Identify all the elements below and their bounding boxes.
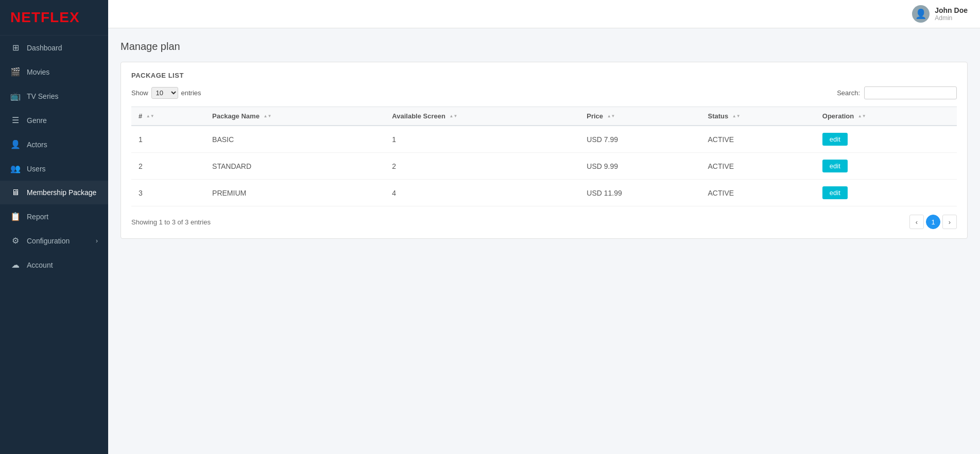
- sidebar-label-tv-series: TV Series: [27, 92, 58, 100]
- sidebar-item-account[interactable]: ☁ Account: [0, 253, 108, 277]
- cell-screen-1: 2: [385, 153, 579, 180]
- cell-status-0: ACTIVE: [701, 126, 815, 153]
- genre-icon: ☰: [10, 115, 21, 125]
- actors-icon: 👤: [10, 139, 21, 149]
- table-header: # ▲▼ Package Name ▲▼ Available Screen ▲▼…: [131, 107, 957, 126]
- show-entries: Show 10 25 50 100 entries: [131, 87, 201, 99]
- table-footer: Showing 1 to 3 of 3 entries ‹ 1 ›: [131, 215, 957, 229]
- sidebar-label-report: Report: [27, 213, 48, 221]
- sidebar-item-membership-package[interactable]: 🖥 Membership Package: [0, 181, 108, 204]
- sidebar-item-actors[interactable]: 👤 Actors: [0, 132, 108, 156]
- entries-label: entries: [181, 89, 201, 97]
- search-area: Search:: [837, 86, 957, 99]
- show-label: Show: [131, 89, 148, 97]
- cell-package-name-1: STANDARD: [205, 153, 385, 180]
- logo-area: NETFLEX: [0, 0, 108, 36]
- cell-screen-2: 4: [385, 180, 579, 206]
- data-table: # ▲▼ Package Name ▲▼ Available Screen ▲▼…: [131, 107, 957, 206]
- sidebar-item-tv-series[interactable]: 📺 TV Series: [0, 84, 108, 108]
- sidebar-label-dashboard: Dashboard: [27, 44, 62, 52]
- cell-price-1: USD 9.99: [579, 153, 700, 180]
- content-area: Manage plan PACKAGE LIST Show 10 25 50 1…: [108, 28, 980, 454]
- cell-package-name-0: BASIC: [205, 126, 385, 153]
- cell-num-0: 1: [131, 126, 205, 153]
- col-status: Status ▲▼: [701, 107, 815, 126]
- table-row: 3 PREMIUM 4 USD 11.99 ACTIVE edit: [131, 180, 957, 206]
- sidebar-item-users[interactable]: 👥 Users: [0, 156, 108, 181]
- users-icon: 👥: [10, 164, 21, 173]
- sidebar-item-report[interactable]: 📋 Report: [0, 204, 108, 229]
- table-controls: Show 10 25 50 100 entries Search:: [131, 86, 957, 99]
- sidebar: NETFLEX ⊞ Dashboard 🎬 Movies 📺 TV Series…: [0, 0, 108, 454]
- search-input[interactable]: [864, 86, 957, 99]
- user-name: John Doe: [935, 6, 968, 14]
- showing-text: Showing 1 to 3 of 3 entries: [131, 218, 211, 226]
- package-card: PACKAGE LIST Show 10 25 50 100 entries S…: [121, 62, 968, 239]
- cell-price-0: USD 7.99: [579, 126, 700, 153]
- cell-status-1: ACTIVE: [701, 153, 815, 180]
- cell-num-1: 2: [131, 153, 205, 180]
- avatar: 👤: [912, 5, 930, 23]
- configuration-icon: ⚙: [10, 236, 21, 246]
- table-body: 1 BASIC 1 USD 7.99 ACTIVE edit 2 STANDAR…: [131, 126, 957, 206]
- next-page-button[interactable]: ›: [942, 215, 957, 229]
- cell-screen-0: 1: [385, 126, 579, 153]
- edit-button-0[interactable]: edit: [822, 133, 848, 146]
- pagination: ‹ 1 ›: [909, 215, 957, 229]
- edit-button-1[interactable]: edit: [822, 160, 848, 172]
- main-content: 👤 John Doe Admin Manage plan PACKAGE LIS…: [108, 0, 980, 454]
- cell-package-name-2: PREMIUM: [205, 180, 385, 206]
- search-label: Search:: [837, 89, 860, 97]
- col-num: # ▲▼: [131, 107, 205, 126]
- user-role: Admin: [935, 14, 952, 22]
- user-details: John Doe Admin: [935, 6, 968, 22]
- cell-operation-0: edit: [815, 126, 957, 153]
- sidebar-label-movies: Movies: [27, 68, 49, 76]
- sidebar-label-users: Users: [27, 165, 46, 173]
- entries-select[interactable]: 10 25 50 100: [151, 87, 178, 99]
- account-icon: ☁: [10, 260, 21, 270]
- nav-arrow-configuration: ›: [96, 237, 98, 245]
- page-1-button[interactable]: 1: [926, 215, 940, 229]
- page-title: Manage plan: [121, 41, 968, 53]
- sidebar-label-actors: Actors: [27, 141, 47, 149]
- nav-menu: ⊞ Dashboard 🎬 Movies 📺 TV Series ☰ Genre…: [0, 36, 108, 277]
- col-package-name: Package Name ▲▼: [205, 107, 385, 126]
- dashboard-icon: ⊞: [10, 43, 21, 53]
- sidebar-label-account: Account: [27, 261, 53, 269]
- edit-button-2[interactable]: edit: [822, 186, 848, 199]
- prev-page-button[interactable]: ‹: [909, 215, 924, 229]
- cell-operation-1: edit: [815, 153, 957, 180]
- sidebar-label-membership-package: Membership Package: [27, 188, 96, 197]
- table-row: 2 STANDARD 2 USD 9.99 ACTIVE edit: [131, 153, 957, 180]
- cell-num-2: 3: [131, 180, 205, 206]
- sidebar-label-configuration: Configuration: [27, 237, 70, 245]
- membership-package-icon: 🖥: [10, 188, 21, 197]
- sidebar-item-configuration[interactable]: ⚙ Configuration ›: [0, 229, 108, 253]
- logo[interactable]: NETFLEX: [10, 9, 80, 25]
- table-row: 1 BASIC 1 USD 7.99 ACTIVE edit: [131, 126, 957, 153]
- package-list-title: PACKAGE LIST: [131, 72, 957, 79]
- report-icon: 📋: [10, 212, 21, 221]
- sidebar-item-movies[interactable]: 🎬 Movies: [0, 60, 108, 84]
- sidebar-item-genre[interactable]: ☰ Genre: [0, 108, 108, 132]
- sidebar-label-genre: Genre: [27, 116, 47, 125]
- cell-status-2: ACTIVE: [701, 180, 815, 206]
- movies-icon: 🎬: [10, 67, 21, 77]
- sidebar-item-dashboard[interactable]: ⊞ Dashboard: [0, 36, 108, 60]
- cell-price-2: USD 11.99: [579, 180, 700, 206]
- cell-operation-2: edit: [815, 180, 957, 206]
- col-operation: Operation ▲▼: [815, 107, 957, 126]
- header: 👤 John Doe Admin: [108, 0, 980, 28]
- tv-series-icon: 📺: [10, 91, 21, 101]
- col-available-screen: Available Screen ▲▼: [385, 107, 579, 126]
- col-price: Price ▲▼: [579, 107, 700, 126]
- user-info: 👤 John Doe Admin: [912, 5, 968, 23]
